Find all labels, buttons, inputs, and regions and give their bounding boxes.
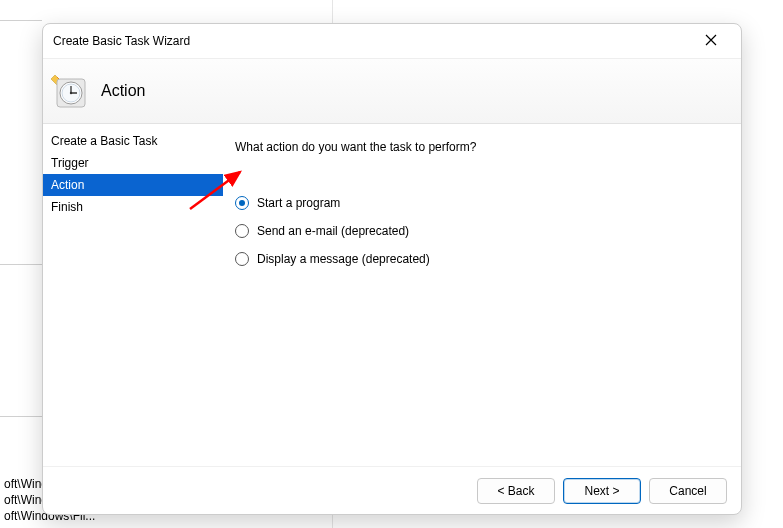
header-band: Action (43, 58, 741, 124)
radio-icon (235, 252, 249, 266)
steps-nav: Create a Basic Task Trigger Action Finis… (43, 124, 223, 466)
option-label: Send an e-mail (deprecated) (257, 224, 409, 238)
footer: < Back Next > Cancel (43, 466, 741, 514)
option-label: Display a message (deprecated) (257, 252, 430, 266)
svg-point-5 (70, 92, 72, 94)
cancel-button[interactable]: Cancel (649, 478, 727, 504)
close-icon (705, 34, 717, 49)
step-action[interactable]: Action (43, 174, 223, 196)
wizard-dialog: Create Basic Task Wizard Action Create a… (42, 23, 742, 515)
main-panel: What action do you want the task to perf… (223, 124, 741, 466)
back-button[interactable]: < Back (477, 478, 555, 504)
dialog-title: Create Basic Task Wizard (53, 34, 691, 48)
step-create-basic-task[interactable]: Create a Basic Task (43, 130, 223, 152)
step-trigger[interactable]: Trigger (43, 152, 223, 174)
content-area: Create a Basic Task Trigger Action Finis… (43, 124, 741, 466)
close-button[interactable] (691, 27, 731, 55)
next-button[interactable]: Next > (563, 478, 641, 504)
wizard-clock-icon (51, 73, 87, 109)
step-finish[interactable]: Finish (43, 196, 223, 218)
prompt-text: What action do you want the task to perf… (235, 140, 731, 154)
radio-icon (235, 196, 249, 210)
option-start-program[interactable]: Start a program (235, 194, 731, 212)
option-send-email[interactable]: Send an e-mail (deprecated) (235, 222, 731, 240)
option-display-message[interactable]: Display a message (deprecated) (235, 250, 731, 268)
radio-icon (235, 224, 249, 238)
header-title: Action (101, 82, 145, 100)
option-label: Start a program (257, 196, 340, 210)
titlebar: Create Basic Task Wizard (43, 24, 741, 58)
